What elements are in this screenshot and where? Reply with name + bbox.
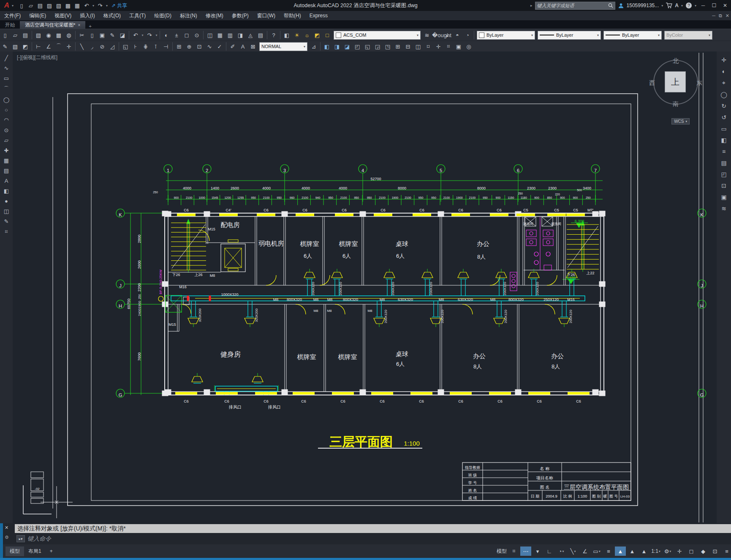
toolbar-icon[interactable]: ▤: [20, 32, 30, 38]
draw-tool-icon[interactable]: ◯: [3, 97, 10, 103]
toolbar-icon[interactable]: ⌑: [423, 43, 433, 50]
toolbar-icon[interactable]: ?: [269, 32, 279, 38]
layout-tab-model[interactable]: 模型: [5, 546, 24, 556]
nav-tool-icon[interactable]: ◯: [720, 91, 727, 98]
toolbar-icon[interactable]: ▱: [10, 32, 20, 38]
toolbar-icon[interactable]: ⊦: [130, 43, 141, 50]
undo-icon[interactable]: ↶: [82, 3, 91, 9]
menu-item-7[interactable]: 标注(N): [176, 11, 201, 20]
toolbar-icon[interactable]: ◱: [120, 43, 130, 50]
toolbar-icon[interactable]: ▾: [155, 33, 158, 37]
nav-tool-icon[interactable]: ↻: [721, 103, 726, 109]
draw-tool-icon[interactable]: ◧: [4, 188, 9, 194]
redo-caret[interactable]: ▾: [105, 4, 109, 8]
toolbar-icon[interactable]: ▤: [255, 32, 266, 38]
status-icon-15[interactable]: ✛: [674, 546, 685, 556]
nav-tool-icon[interactable]: ▤: [721, 160, 726, 166]
status-icon-13[interactable]: 1:1▾: [650, 546, 661, 556]
maximize-button[interactable]: ☐: [710, 3, 718, 8]
toolbar-icon[interactable]: ▩: [54, 32, 64, 38]
command-input[interactable]: ▸▾ 键入命令: [15, 534, 731, 544]
toolbar-icon[interactable]: ▯: [0, 32, 10, 38]
toolbar-icon[interactable]: ◔: [462, 32, 473, 38]
toolbar-icon[interactable]: ⊘: [97, 43, 107, 50]
new-icon[interactable]: ▯: [17, 3, 26, 9]
draw-tool-icon[interactable]: ●: [5, 198, 8, 204]
status-icon-18[interactable]: ⊡: [709, 546, 720, 556]
draw-tool-icon[interactable]: ⌗: [5, 228, 8, 235]
viewcube-north[interactable]: 北: [673, 57, 679, 65]
toolbar-icon[interactable]: ◐: [161, 32, 171, 38]
help-icon[interactable]: ?: [685, 2, 692, 9]
toolbar-icon[interactable]: ▯: [87, 32, 97, 38]
drawing-canvas[interactable]: 9002100100015451200125595021009509602100…: [13, 51, 717, 523]
toolbar-icon[interactable]: ◱: [362, 43, 372, 50]
nav-tool-icon[interactable]: ◧: [721, 137, 726, 143]
toolbar-icon[interactable]: ◉: [43, 32, 54, 38]
nav-tool-icon[interactable]: ⊡: [721, 182, 726, 189]
toolbar-icon[interactable]: ⊕: [184, 43, 194, 50]
status-icon-7[interactable]: ∠: [579, 546, 590, 556]
toolbar-icon[interactable]: ◞: [87, 43, 97, 50]
toolbar-icon[interactable]: ☀: [292, 32, 302, 38]
toolbar-icon[interactable]: ⊟: [403, 43, 413, 50]
menu-item-6[interactable]: 绘图(D): [150, 11, 176, 20]
viewcube[interactable]: 北 西 东 南 上: [652, 59, 699, 106]
toolbar-icon[interactable]: ⊙: [192, 32, 202, 38]
toolbar-icon[interactable]: ▣: [454, 43, 464, 50]
layout-tab-1[interactable]: 布局1: [24, 546, 46, 556]
menu-item-2[interactable]: 视图(V): [50, 11, 76, 20]
status-icon-9[interactable]: ≡: [603, 546, 614, 556]
toolbar-select-bycolor[interactable]: ByColor▾: [664, 31, 712, 40]
toolbar-icon[interactable]: ◿: [107, 43, 117, 50]
status-icon-19[interactable]: ≡: [721, 546, 731, 556]
toolbar-icon[interactable]: ◓: [452, 32, 462, 38]
toolbar-icon[interactable]: ◧: [282, 32, 292, 38]
expand-caret-icon[interactable]: ▸: [530, 3, 533, 8]
toolbar-icon[interactable]: ◨: [235, 32, 245, 38]
account-caret-icon[interactable]: ▾: [661, 4, 663, 8]
toolbar-icon[interactable]: ✐: [228, 43, 238, 50]
undo-caret[interactable]: ▾: [91, 4, 95, 8]
floor-plan[interactable]: 9002100100015451200125595021009509602100…: [13, 51, 717, 523]
command-customize-icon[interactable]: ⚙: [5, 535, 9, 540]
nav-tool-icon[interactable]: ✛: [721, 57, 726, 63]
viewcube-west[interactable]: 西: [649, 79, 655, 87]
toolbar-icon[interactable]: ↷: [144, 32, 155, 38]
toolbar-icon[interactable]: ◩: [20, 43, 30, 50]
help-caret-icon[interactable]: ▾: [695, 4, 696, 8]
menu-item-4[interactable]: 格式(O): [99, 11, 125, 20]
status-icon-8[interactable]: ▭▾: [591, 546, 602, 556]
draw-tool-icon[interactable]: ◠: [4, 117, 8, 123]
search-input[interactable]: 键入关键字或短语: [535, 2, 615, 10]
toolbar-icon[interactable]: ✂: [77, 32, 87, 38]
toolbar-icon[interactable]: □: [322, 32, 332, 38]
nav-tool-icon[interactable]: ▭: [721, 125, 726, 132]
menu-item-3[interactable]: 插入(I): [76, 11, 99, 20]
doc-restore-button[interactable]: ⧉: [719, 13, 722, 19]
logo-caret-icon[interactable]: ▾: [12, 4, 14, 8]
tab-close-icon[interactable]: ×: [78, 23, 80, 27]
toolbar-icon[interactable]: ▥: [225, 32, 235, 38]
doc-close-button[interactable]: ✕: [726, 13, 729, 19]
draw-tool-icon[interactable]: ⊙: [4, 127, 9, 133]
plot-icon[interactable]: ▧: [54, 3, 63, 9]
status-icon-11[interactable]: ▲: [627, 546, 638, 556]
draw-tool-icon[interactable]: A: [5, 178, 8, 184]
toolbar-icon[interactable]: ⊞: [393, 43, 403, 50]
status-icon-14[interactable]: ⚙▾: [662, 546, 673, 556]
menu-item-10[interactable]: 窗口(W): [253, 11, 280, 20]
toolbar-icon[interactable]: ≋: [422, 32, 432, 38]
toolbar-icon[interactable]: ◻: [182, 32, 192, 38]
toolbar-icon[interactable]: ✛: [433, 43, 443, 50]
toolbar-icon[interactable]: ▧: [33, 32, 43, 38]
toolbar-icon[interactable]: ◒: [442, 32, 452, 38]
draw-tool-icon[interactable]: ∿: [4, 65, 9, 71]
status-icon-4[interactable]: ∟: [544, 546, 555, 556]
toolbar-icon[interactable]: ⊺: [151, 43, 161, 50]
close-button[interactable]: ✕: [721, 3, 729, 8]
menu-item-11[interactable]: 帮助(H): [280, 11, 305, 20]
menu-item-9[interactable]: 参数(P): [228, 11, 253, 20]
toolbar-icon[interactable]: ✓: [215, 43, 225, 50]
status-icon-5[interactable]: ◔▾: [556, 546, 567, 556]
